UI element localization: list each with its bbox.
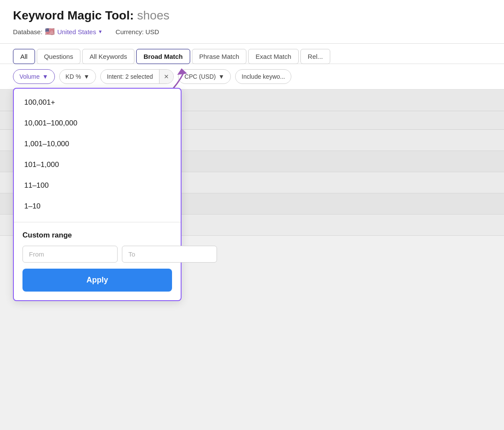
from-input[interactable] [22,246,118,263]
cpc-label: CPC (USD) [185,73,216,80]
kd-filter-button[interactable]: KD % ▼ [59,69,96,84]
header: Keyword Magic Tool: shoes Database: 🇺🇸 U… [0,0,504,44]
tab-all[interactable]: All [13,49,35,64]
database-link[interactable]: United States ▼ [57,28,102,35]
currency-label: Currency: USD [115,28,159,35]
database-value: United States [57,28,96,35]
dropdown-options-list: 100,001+ 10,001–100,000 1,001–10,000 101… [14,89,181,220]
volume-dropdown: 100,001+ 10,001–100,000 1,001–10,000 101… [13,88,182,301]
option-101-1000[interactable]: 101–1,000 [14,154,181,175]
tab-broad-match[interactable]: Broad Match [136,49,190,64]
option-1-10[interactable]: 1–10 [14,196,181,217]
flag-icon: 🇺🇸 [45,27,54,36]
dropdown-divider [14,222,181,222]
volume-filter-button[interactable]: Volume ▼ [13,69,55,84]
tab-all-keywords[interactable]: All Keywords [82,49,134,64]
tabs-container: All Questions All Keywords Broad Match P… [0,44,504,64]
title-keyword: shoes [137,9,169,22]
option-100001plus[interactable]: 100,001+ [14,92,181,113]
filters-row: Volume ▼ KD % ▼ Intent: 2 selected ✕ CPC… [0,64,504,90]
to-input[interactable] [122,246,217,263]
chevron-down-icon: ▼ [98,29,102,34]
custom-range-section: Custom range Apply [14,224,181,300]
tab-related[interactable]: Rel... [300,49,330,64]
option-1001-10000[interactable]: 1,001–10,000 [14,134,181,154]
intent-label: Intent: 2 selected [101,70,159,83]
cpc-filter-button[interactable]: CPC (USD) ▼ [178,69,231,84]
page-wrapper: Keyword Magic Tool: shoes Database: 🇺🇸 U… [0,0,504,430]
apply-button[interactable]: Apply [22,269,172,292]
kd-chevron-icon: ▼ [83,73,89,80]
meta-row: Database: 🇺🇸 United States ▼ Currency: U… [13,27,491,43]
volume-chevron-icon: ▼ [42,73,48,80]
intent-clear-icon[interactable]: ✕ [159,70,173,83]
volume-label: Volume [19,73,40,80]
cpc-chevron-icon: ▼ [218,73,224,80]
page-title: Keyword Magic Tool: shoes [13,9,491,22]
include-keywords-button[interactable]: Include keywo... [235,69,291,84]
kd-label: KD % [66,73,81,80]
database-selector: Database: 🇺🇸 United States ▼ [13,27,102,36]
custom-range-label: Custom range [22,231,172,240]
title-prefix: Keyword Magic Tool: [13,9,134,22]
option-11-100[interactable]: 11–100 [14,175,181,196]
database-label: Database: [13,28,42,35]
include-label: Include keywo... [242,73,285,80]
tab-phrase-match[interactable]: Phrase Match [192,49,247,64]
custom-range-inputs [22,246,172,263]
option-10001-100000[interactable]: 10,001–100,000 [14,113,181,134]
tab-questions[interactable]: Questions [37,49,81,64]
tab-exact-match[interactable]: Exact Match [248,49,299,64]
intent-filter-button[interactable]: Intent: 2 selected ✕ [100,69,174,84]
